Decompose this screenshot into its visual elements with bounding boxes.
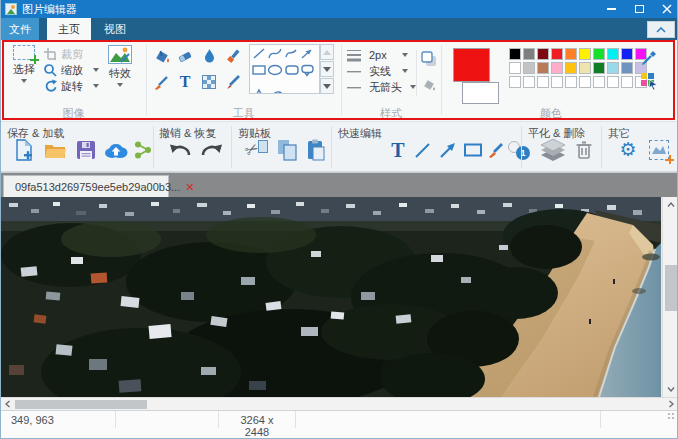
color-swatch[interactable] <box>509 62 521 74</box>
secondary-color-swatch[interactable] <box>462 82 499 104</box>
gallery-scroll-up-button[interactable] <box>320 44 334 60</box>
shapes-gallery[interactable] <box>249 44 320 94</box>
color-swatch[interactable] <box>579 62 591 74</box>
effects-button[interactable]: 特效 <box>101 43 139 103</box>
tab-file[interactable]: 文件 <box>1 18 39 40</box>
color-swatch[interactable] <box>607 48 619 60</box>
group-separator <box>146 45 147 115</box>
brush-tool-button[interactable] <box>151 72 171 92</box>
photo-aerial-beach-suburb[interactable] <box>1 197 661 397</box>
horizontal-scroll-thumb[interactable] <box>15 400 147 409</box>
color-swatch[interactable] <box>565 76 577 88</box>
eyedropper-button[interactable] <box>641 50 657 66</box>
paste-button[interactable] <box>304 137 328 163</box>
delete-button[interactable] <box>573 137 595 163</box>
fill-style-button[interactable] <box>420 76 438 94</box>
flatten-layers-button[interactable] <box>539 137 567 163</box>
fill-tool-button[interactable] <box>151 46 171 66</box>
color-swatch[interactable] <box>607 76 619 88</box>
color-swatch[interactable] <box>593 76 605 88</box>
color-swatch[interactable] <box>537 62 549 74</box>
tab-close-icon[interactable]: ✕ <box>185 181 194 194</box>
mosaic-tool-button[interactable] <box>199 72 219 92</box>
collapse-ribbon-button[interactable] <box>647 21 675 38</box>
rotate-button[interactable]: 旋转 <box>43 79 99 93</box>
settings-button[interactable]: ⚙ <box>617 137 639 163</box>
line-width-dropdown[interactable]: 2px <box>346 48 408 62</box>
share-button[interactable] <box>133 137 153 163</box>
group-separator <box>441 45 442 115</box>
color-swatch[interactable] <box>565 62 577 74</box>
quick-line-button[interactable] <box>413 137 431 163</box>
color-swatch[interactable] <box>621 48 633 60</box>
color-swatch[interactable] <box>565 48 577 60</box>
crop-button[interactable]: 裁剪 <box>43 47 99 61</box>
cloud-upload-button[interactable] <box>103 137 129 163</box>
blur-tool-button[interactable] <box>199 46 219 66</box>
scroll-down-button[interactable] <box>663 382 678 397</box>
text-tool-button[interactable]: T <box>175 72 195 92</box>
gallery-scroll-down-button[interactable] <box>320 61 334 77</box>
scroll-left-button[interactable] <box>1 398 14 410</box>
scroll-right-button[interactable] <box>665 398 678 410</box>
quick-brush-button[interactable] <box>487 137 505 163</box>
color-swatch[interactable] <box>523 48 535 60</box>
color-swatch[interactable] <box>523 76 535 88</box>
select-tool-button[interactable]: 选择 <box>7 43 41 103</box>
chevron-down-icon[interactable] <box>93 68 99 72</box>
arrow-style-dropdown[interactable]: 无箭头 <box>346 80 416 94</box>
color-swatch[interactable] <box>509 76 521 88</box>
palette-row-3 <box>509 76 647 88</box>
maximize-icon[interactable] <box>633 3 645 15</box>
horizontal-scrollbar[interactable] <box>1 397 678 410</box>
capture-button[interactable] <box>647 137 671 163</box>
tab-home[interactable]: 主页 <box>47 18 91 40</box>
color-swatch[interactable] <box>537 48 549 60</box>
pen-tool-button[interactable] <box>223 72 243 92</box>
color-picker-icon <box>640 72 658 90</box>
gallery-expand-button[interactable] <box>320 78 334 94</box>
minimize-icon[interactable] <box>605 3 617 15</box>
line-style-dropdown[interactable]: 实线 <box>346 64 408 78</box>
color-swatch[interactable] <box>621 62 633 74</box>
copy-button[interactable] <box>275 137 299 163</box>
open-file-button[interactable] <box>43 137 67 163</box>
document-tab[interactable]: 09fa513d269759ee5eb29a00b3... ✕ <box>3 175 169 198</box>
resize-grip-icon[interactable] <box>668 413 676 421</box>
outline-style-button[interactable] <box>420 50 438 68</box>
primary-color-swatch[interactable] <box>453 48 490 82</box>
color-swatch[interactable] <box>621 76 633 88</box>
vertical-scrollbar[interactable] <box>662 197 678 397</box>
scroll-up-button[interactable] <box>663 197 678 212</box>
quick-rect-button[interactable] <box>462 137 484 163</box>
zoom-button[interactable]: 缩放 <box>43 63 99 77</box>
new-file-button[interactable] <box>13 137 35 163</box>
color-swatch[interactable] <box>607 62 619 74</box>
vertical-scroll-thumb[interactable] <box>665 265 678 311</box>
arrow-style-value: 无箭头 <box>369 80 402 95</box>
save-button[interactable] <box>75 137 97 163</box>
undo-button[interactable] <box>167 137 193 163</box>
quick-arrow-button[interactable] <box>438 137 458 163</box>
color-swatch[interactable] <box>579 76 591 88</box>
color-swatch[interactable] <box>551 76 563 88</box>
tab-view[interactable]: 视图 <box>97 18 133 40</box>
color-swatch[interactable] <box>523 62 535 74</box>
color-swatch[interactable] <box>509 48 521 60</box>
color-swatch[interactable] <box>537 76 549 88</box>
redo-button[interactable] <box>199 137 225 163</box>
chevron-down-icon[interactable] <box>93 84 99 88</box>
document-tab-bar: 09fa513d269759ee5eb29a00b3... ✕ <box>1 172 678 197</box>
color-swatch[interactable] <box>579 48 591 60</box>
quick-text-button[interactable]: T <box>389 137 407 163</box>
color-swatch[interactable] <box>593 48 605 60</box>
color-swatch[interactable] <box>593 62 605 74</box>
color-swatch[interactable] <box>551 62 563 74</box>
color-swatch[interactable] <box>551 48 563 60</box>
cut-button[interactable]: ✂ <box>244 137 270 163</box>
eraser-tool-button[interactable] <box>175 46 195 66</box>
highlighter-tool-button[interactable] <box>223 46 243 66</box>
close-icon[interactable] <box>661 3 673 15</box>
color-dialog-button[interactable] <box>640 72 658 90</box>
share-icon <box>134 140 152 160</box>
